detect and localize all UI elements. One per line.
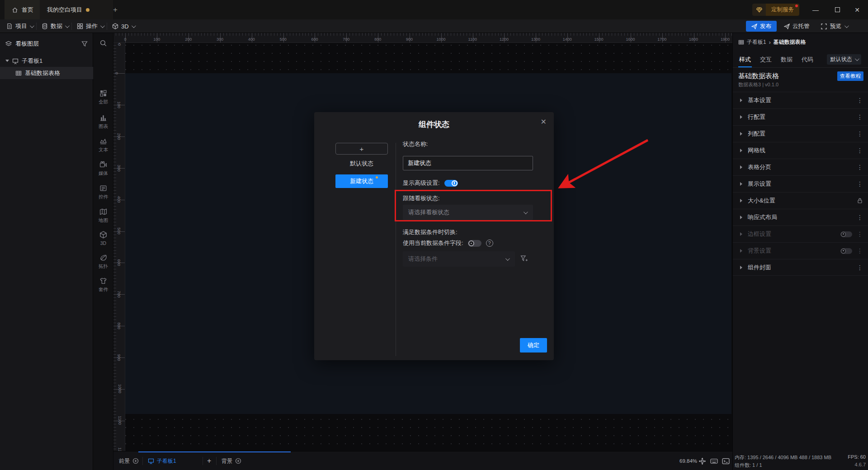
- tab-style[interactable]: 样式: [739, 56, 751, 64]
- section-menu-icon[interactable]: ⋮: [857, 182, 863, 186]
- state-item-default[interactable]: 默认状态: [335, 158, 388, 169]
- database-icon: [42, 23, 48, 29]
- strip-item-widget[interactable]: 控件: [93, 184, 113, 200]
- ruler-label: 1000: [436, 37, 445, 42]
- foreground-button[interactable]: 前景: [119, 451, 139, 470]
- expand-icon[interactable]: [740, 149, 742, 152]
- section-gridlines[interactable]: 网格线 ⋮: [733, 142, 868, 159]
- horizontal-ruler: 0100200300400500600700800900100011001200…: [113, 33, 732, 43]
- preview-button[interactable]: 预览: [817, 21, 851, 32]
- section-menu-icon[interactable]: ⋮: [857, 115, 863, 119]
- tab-home[interactable]: 首页: [5, 0, 41, 19]
- cloud-hosting-button[interactable]: 云托管: [780, 21, 813, 32]
- strip-item-media[interactable]: 媒体: [93, 161, 113, 177]
- lock-icon[interactable]: [857, 197, 863, 204]
- state-select-dropdown[interactable]: 默认状态: [827, 54, 861, 65]
- expand-icon[interactable]: [740, 132, 742, 136]
- menu-project[interactable]: 项目: [6, 19, 33, 33]
- search-icon[interactable]: [99, 39, 107, 47]
- expand-icon[interactable]: [740, 99, 742, 102]
- expand-icon[interactable]: [740, 216, 742, 219]
- add-board-button[interactable]: +: [207, 451, 211, 470]
- tab-code[interactable]: 代码: [802, 56, 813, 64]
- strip-item-map[interactable]: 地图: [93, 208, 113, 224]
- section-menu-icon[interactable]: ⋮: [857, 132, 863, 136]
- section-menu-icon[interactable]: ⋮: [857, 215, 863, 220]
- section-size-position[interactable]: 大小&位置: [733, 192, 868, 209]
- board-tab[interactable]: 子看板1: [148, 451, 176, 470]
- expand-icon[interactable]: [740, 266, 742, 269]
- expand-icon[interactable]: [740, 199, 742, 202]
- ok-button[interactable]: 确定: [520, 338, 547, 352]
- add-circle-icon[interactable]: [235, 458, 241, 464]
- use-field-toggle-off[interactable]: [468, 240, 481, 247]
- chevron-down-icon: [65, 24, 70, 28]
- state-item-new-selected[interactable]: 新建状态: [335, 174, 388, 188]
- section-border-settings[interactable]: 边框设置 ⋮: [733, 226, 868, 242]
- section-menu-icon[interactable]: ⋮: [857, 165, 863, 169]
- section-responsive-layout[interactable]: 响应式布局 ⋮: [733, 209, 868, 226]
- window-close-button[interactable]: ✕: [848, 0, 866, 19]
- background-button[interactable]: 背景: [222, 451, 241, 470]
- condition-dropdown[interactable]: 请选择条件: [403, 251, 515, 267]
- breadcrumb-board[interactable]: 子看板1: [747, 38, 766, 46]
- section-menu-icon[interactable]: ⋮: [857, 265, 863, 270]
- tab-project[interactable]: 我的空白项目: [40, 0, 113, 19]
- customize-service-badge[interactable]: 定制服务: [752, 4, 799, 16]
- filter-icon[interactable]: [81, 41, 88, 47]
- console-button[interactable]: [722, 451, 730, 470]
- tree-item-component[interactable]: 基础数据表格: [0, 67, 93, 79]
- shortcut-keys-button[interactable]: [710, 451, 718, 470]
- new-tab-button[interactable]: +: [113, 6, 118, 14]
- expand-icon[interactable]: [740, 232, 742, 236]
- menu-operation[interactable]: 操作: [77, 19, 104, 33]
- close-icon[interactable]: ✕: [541, 118, 547, 126]
- expand-icon[interactable]: [740, 165, 742, 169]
- tab-data[interactable]: 数据: [781, 56, 793, 64]
- strip-item-text[interactable]: 文本: [93, 137, 113, 153]
- send-plane-icon: [751, 24, 757, 29]
- tutorial-button[interactable]: 查看教程: [837, 71, 863, 81]
- expand-icon[interactable]: [740, 182, 742, 186]
- layers-icon: [5, 41, 12, 47]
- section-pagination[interactable]: 表格分页 ⋮: [733, 159, 868, 175]
- add-circle-icon[interactable]: [132, 458, 139, 464]
- help-icon[interactable]: ?: [486, 240, 493, 247]
- section-menu-icon[interactable]: ⋮: [857, 98, 863, 103]
- strip-item-all[interactable]: 全部: [93, 89, 113, 105]
- menu-data[interactable]: 数据: [42, 19, 68, 33]
- strip-item-kit[interactable]: 套件: [93, 277, 113, 293]
- zoom-level[interactable]: 69.84%: [679, 451, 697, 470]
- state-name-input[interactable]: [403, 156, 533, 170]
- statusbar-separator: [203, 457, 203, 465]
- section-display-settings[interactable]: 展示设置 ⋮: [733, 175, 868, 192]
- section-menu-icon[interactable]: ⋮: [857, 232, 863, 236]
- tree-item-board[interactable]: 子看板1: [0, 55, 93, 67]
- window-minimize-button[interactable]: —: [807, 0, 825, 19]
- strip-item-topology[interactable]: 拓扑: [93, 254, 113, 270]
- section-component-cover[interactable]: 组件封面 ⋮: [733, 259, 868, 276]
- add-condition-filter-icon[interactable]: [520, 255, 528, 263]
- fit-screen-button[interactable]: [698, 451, 706, 470]
- tab-interaction[interactable]: 交互: [760, 56, 772, 64]
- expand-icon[interactable]: [740, 249, 742, 253]
- publish-button[interactable]: 发布: [746, 21, 777, 32]
- section-toggle-off[interactable]: [840, 231, 852, 237]
- section-basic-settings[interactable]: 基本设置 ⋮: [733, 92, 868, 108]
- expand-icon[interactable]: [740, 115, 742, 119]
- window-maximize-button[interactable]: [828, 0, 846, 19]
- strip-item-chart[interactable]: 图表: [93, 114, 113, 130]
- layer-panel: 看板图层 子看板1 基础数据表格: [0, 33, 93, 470]
- advanced-settings-toggle-on[interactable]: [444, 180, 458, 187]
- section-row-config[interactable]: 行配置 ⋮: [733, 108, 868, 125]
- section-background-settings[interactable]: 背景设置 ⋮: [733, 242, 868, 259]
- section-column-config[interactable]: 列配置 ⋮: [733, 125, 868, 142]
- section-toggle-off[interactable]: [840, 248, 852, 254]
- section-menu-icon[interactable]: ⋮: [857, 148, 863, 153]
- tree-expand-icon[interactable]: [5, 60, 9, 62]
- menu-3d[interactable]: 3D: [112, 19, 135, 33]
- strip-item-3d[interactable]: 3D: [93, 231, 113, 246]
- add-state-button[interactable]: +: [335, 143, 388, 155]
- chart-icon: [99, 114, 107, 122]
- section-menu-icon[interactable]: ⋮: [857, 249, 863, 253]
